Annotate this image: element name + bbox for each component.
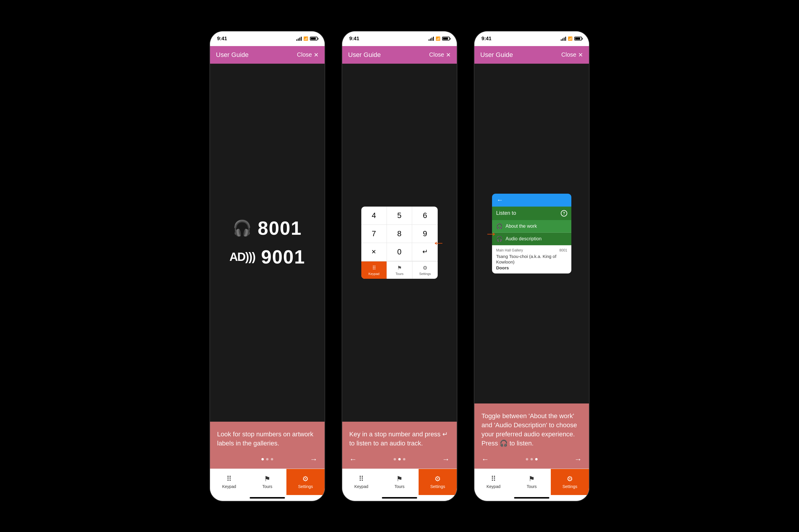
back-arrow-icon[interactable]: ← xyxy=(497,196,503,204)
settings-icon-2: ⚙ xyxy=(434,475,441,483)
close-button-2[interactable]: Close ✕ xyxy=(429,51,451,58)
dot-3-active xyxy=(535,458,538,460)
status-time-3: 9:41 xyxy=(482,36,491,42)
listen-header: ← xyxy=(492,194,571,207)
next-arrow-1[interactable]: → xyxy=(310,455,317,464)
key-7[interactable]: 7 xyxy=(361,225,387,243)
listen-option-audio-desc[interactable]: 🎧 Audio description xyxy=(492,233,571,245)
tab-tours-label-2: Tours xyxy=(395,484,404,489)
listen-title-text: Listen to xyxy=(496,210,516,216)
stop-number-ad: 9001 xyxy=(261,246,305,268)
nav-row-2: ← → xyxy=(342,455,457,464)
close-icon-2: ✕ xyxy=(446,51,451,58)
status-bar-2: 9:41 📶 xyxy=(342,32,457,46)
status-icons-3: 📶 xyxy=(561,36,582,41)
wifi-icon-3: 📶 xyxy=(568,36,573,41)
listen-meta: Main Hall Gallery 8001 xyxy=(496,248,567,252)
tab-tours-label-3: Tours xyxy=(527,484,537,489)
dots-2 xyxy=(394,458,405,460)
next-arrow-2[interactable]: → xyxy=(442,455,450,464)
dots-1 xyxy=(261,458,273,460)
tab-bar-1: ⠿ Keypad ⚑ Tours ⚙ Settings xyxy=(210,469,325,495)
key-4[interactable]: 4 xyxy=(361,207,387,225)
tab-settings-label-1: Settings xyxy=(298,484,313,489)
audio-desc-text: Audio description xyxy=(506,236,542,242)
signal-icon-2 xyxy=(429,37,434,41)
keypad-icon-2: ⠿ xyxy=(359,475,364,483)
dots-3 xyxy=(526,458,538,460)
home-indicator-2 xyxy=(342,495,457,501)
close-button-1[interactable]: Close ✕ xyxy=(297,51,319,58)
close-button-3[interactable]: Close ✕ xyxy=(561,51,583,58)
pink-panel-1: Look for stop numbers on artwork labels … xyxy=(210,422,325,469)
headphone-icon: 🎧 xyxy=(233,219,252,237)
arrow-indicator-3-left: → xyxy=(485,226,497,241)
settings-icon-1: ⚙ xyxy=(302,475,309,483)
prev-arrow-2[interactable]: ← xyxy=(349,455,357,464)
tab-settings-2[interactable]: ⚙ Settings xyxy=(419,469,457,495)
status-icons-1: 📶 xyxy=(296,36,317,41)
home-indicator-1 xyxy=(210,495,325,501)
close-icon-3: ✕ xyxy=(578,51,583,58)
keypad-tab-tours[interactable]: ⚑ Tours xyxy=(387,261,413,279)
status-icons-2: 📶 xyxy=(429,36,450,41)
tab-tours-2[interactable]: ⚑ Tours xyxy=(380,469,419,495)
header-title-3: User Guide xyxy=(480,51,513,59)
prev-arrow-3[interactable]: ← xyxy=(482,455,489,464)
status-time-2: 9:41 xyxy=(349,36,359,42)
pink-panel-2: Key in a stop number and press ↵ to list… xyxy=(342,422,457,469)
keypad-tab-keypad[interactable]: ⠿ Keypad xyxy=(361,261,387,279)
home-bar-1 xyxy=(250,497,285,498)
next-arrow-3[interactable]: → xyxy=(574,455,582,464)
keypad-tab-settings-icon: ⚙ xyxy=(423,265,428,271)
key-backspace[interactable]: ✕ xyxy=(361,243,387,261)
wifi-icon: 📶 xyxy=(304,36,308,41)
header-bar-1: User Guide Close ✕ xyxy=(210,46,325,64)
dot-3-2 xyxy=(530,458,533,460)
key-0[interactable]: 0 xyxy=(387,243,413,261)
tab-tours-label-1: Tours xyxy=(262,484,272,489)
listen-popup: ← Listen to ? 🎧 About the work 🎧 Audio d… xyxy=(492,194,571,274)
listen-title-row: Listen to ? xyxy=(492,207,571,220)
listen-info: Main Hall Gallery 8001 Tsang Tsou-choi (… xyxy=(492,245,571,274)
listen-option-about[interactable]: 🎧 About the work xyxy=(492,220,571,233)
tab-keypad-1[interactable]: ⠿ Keypad xyxy=(210,469,248,495)
pink-panel-3: Toggle between 'About the work' and 'Aud… xyxy=(474,403,589,468)
phone-3: 9:41 📶 User Guide Close ✕ → ← xyxy=(474,32,589,501)
tab-tours-1[interactable]: ⚑ Tours xyxy=(248,469,286,495)
header-bar-3: User Guide Close ✕ xyxy=(474,46,589,64)
tab-keypad-3[interactable]: ⠿ Keypad xyxy=(474,469,513,495)
status-bar-1: 9:41 📶 xyxy=(210,32,325,46)
keypad-tab-settings-label: Settings xyxy=(419,272,431,276)
keypad-popup: 4 5 6 7 8 9 ✕ 0 ↵ ⠿ Keypad ⚑ Tours xyxy=(361,207,438,279)
keypad-tab-settings[interactable]: ⚙ Settings xyxy=(413,261,438,279)
tab-settings-3[interactable]: ⚙ Settings xyxy=(551,469,589,495)
signal-icon xyxy=(296,37,302,41)
key-6[interactable]: 6 xyxy=(412,207,438,225)
battery-icon xyxy=(310,37,317,40)
stop-number-audio: 8001 xyxy=(258,217,302,239)
help-icon[interactable]: ? xyxy=(561,210,567,216)
ad-icon: AD))) xyxy=(230,250,255,264)
status-bar-3: 9:41 📶 xyxy=(474,32,589,46)
keypad-icon-1: ⠿ xyxy=(226,475,232,483)
tab-settings-1[interactable]: ⚙ Settings xyxy=(286,469,325,495)
tab-keypad-2[interactable]: ⠿ Keypad xyxy=(342,469,380,495)
tab-tours-3[interactable]: ⚑ Tours xyxy=(513,469,551,495)
signal-icon-3 xyxy=(561,37,566,41)
tab-keypad-label-1: Keypad xyxy=(222,484,236,489)
keypad-grid: 4 5 6 7 8 9 ✕ 0 ↵ xyxy=(361,207,438,261)
key-5[interactable]: 5 xyxy=(387,207,413,225)
keypad-tab-tours-label: Tours xyxy=(396,272,404,276)
battery-icon-2 xyxy=(442,37,450,40)
stop-row-ad: AD))) 9001 xyxy=(230,246,305,268)
gallery-label: Main Hall Gallery xyxy=(496,248,523,252)
dark-panel-2-wrap: 4 5 6 7 8 9 ✕ 0 ↵ ⠿ Keypad ⚑ Tours xyxy=(342,64,457,422)
home-bar-3 xyxy=(514,497,549,498)
dot-3-1 xyxy=(526,458,528,460)
header-title-1: User Guide xyxy=(216,51,249,59)
nav-row-3: ← → xyxy=(474,455,589,464)
dot-2-active xyxy=(398,458,401,460)
key-8[interactable]: 8 xyxy=(387,225,413,243)
header-title-2: User Guide xyxy=(348,51,381,59)
